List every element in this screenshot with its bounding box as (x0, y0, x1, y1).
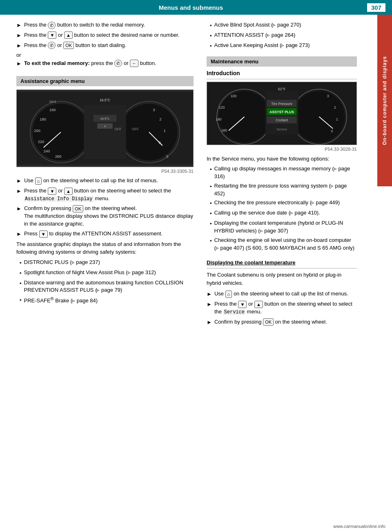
bullet-arrow: ► (16, 22, 22, 29)
dot-bullet: • (210, 42, 212, 50)
svg-text:240: 240 (44, 149, 50, 154)
svg-text:0: 0 (331, 129, 333, 133)
svg-point-11 (120, 103, 178, 161)
bullet-text: Confirm by pressing OK on the steering w… (24, 205, 194, 228)
service-options-list: • Calling up display messages in message… (210, 165, 357, 252)
svg-text:ASSYST PLUS: ASSYST PLUS (270, 110, 294, 114)
maintenance-section-header: Maintenance menu (207, 56, 357, 67)
website-label: www.carmanualonline.info (333, 524, 385, 529)
list-item: • Calling up display messages in message… (210, 165, 357, 181)
right-column: • Active Blind Spot Assist (▹ page 270) … (200, 21, 377, 530)
down-button-icon: ▼ (39, 230, 48, 238)
bullet-text: Press the ▼ or ▲ button on the steering … (214, 300, 357, 316)
dot-bullet: • (20, 270, 22, 277)
list-item-text: DISTRONIC PLUS (▹ page 237) (24, 259, 100, 266)
list-item: • Displaying the coolant temperature (hy… (210, 219, 357, 235)
bullet-press-down-attention: ► Press ▼ to display the ATTEN­TION ASSI… (16, 230, 194, 238)
bullet-use-home: ► Use ⌂ on the steering wheel to call up… (16, 177, 194, 185)
phone-icon: ✆ (48, 22, 56, 29)
down-button-icon: ▼ (238, 301, 247, 308)
bullet-confirm-ok: ► Confirm by pressing OK on the steering… (16, 205, 194, 228)
list-item: • Checking the tire pressure electronica… (210, 199, 357, 208)
svg-text:160: 160 (221, 128, 227, 132)
dot-bullet: • (210, 32, 212, 40)
list-item-text: Checking the engine oil level using the … (214, 237, 357, 252)
bullet-text: Press the ✆ or OK button to start dialin… (24, 42, 194, 49)
list-item-text: Displaying the coolant temperature (hybr… (214, 219, 357, 235)
up-button-icon: ▲ (254, 301, 263, 308)
bullet-text: Press the ▼ or ▲ button to select the de… (24, 31, 194, 39)
bullet-arrow: ► (16, 42, 22, 50)
list-item: • PRE-SAFE® Brake (▹ page 84) (20, 296, 194, 305)
list-item: • Distance warning and the autonomous br… (20, 279, 194, 295)
sidebar-label: On-board computer and displays (382, 56, 388, 145)
service-menu-paragraph: In the Service menu, you have the follow… (207, 155, 357, 163)
introduction-title: Introduction (207, 70, 357, 76)
list-item-text: Checking the tire pressure electronicall… (214, 199, 340, 207)
home-icon: ⌂ (225, 291, 232, 298)
svg-text:Service: Service (276, 127, 287, 131)
dot-bullet: • (20, 297, 22, 304)
dot-bullet: • (210, 183, 212, 191)
assistance-section-header: Assistance graphic menu (16, 76, 194, 86)
svg-text:16.5°C: 16.5°C (100, 98, 110, 103)
bullet-arrow: ► (16, 60, 22, 68)
chapter-sidebar: On-board computer and displays (377, 15, 392, 186)
bullet-select-assistance: ► Press the ▼ or ▲ button on the steerin… (16, 187, 194, 203)
list-item: • Active Lane Keeping Assist (▹ page 273… (210, 42, 357, 50)
list-item-text: Calling up the service due date (▹ page … (214, 209, 320, 217)
list-item-text: Spotlight function of Night View Assist … (24, 269, 156, 277)
service-menu-label: Service (221, 156, 239, 162)
bullet-coolant-confirm: ► Confirm by pressing OK on the steering… (207, 318, 357, 326)
list-item: • Spotlight function of Night View Assis… (20, 269, 194, 277)
page-watermark: www.carmanualonline.info (333, 524, 385, 529)
bullet-coolant-select-service: ► Press the ▼ or ▲ button on the steerin… (207, 300, 357, 316)
bullet-arrow: ► (16, 177, 22, 185)
bullet-text: Confirm by pressing OK on the steering w… (214, 318, 357, 326)
list-item-text: Active Lane Keeping Assist (▹ page 273) (214, 42, 310, 49)
assistance-graphic-image: 160 180 200 220 240 260 3 2 1 0 (16, 89, 194, 167)
back-button-icon: ← (130, 60, 138, 67)
ok-button-icon: OK (73, 205, 83, 212)
dial-icon: ✆ (48, 42, 56, 49)
svg-text:Coolant: Coolant (276, 118, 288, 122)
svg-text:100: 100 (231, 94, 237, 98)
end-call-icon: ✆ (114, 60, 122, 67)
bullet-text: Press ▼ to display the ATTEN­TION ASSIST… (24, 230, 194, 238)
systems-list: • DISTRONIC PLUS (▹ page 237) • Spotligh… (20, 259, 194, 305)
list-item: • Checking the engine oil level using th… (210, 237, 357, 252)
bullet-coolant-home: ► Use ⌂ on the steering wheel to call up… (207, 290, 357, 298)
svg-text:260: 260 (55, 154, 62, 159)
coolant-subsection-title: Displaying the coolant temperature (207, 259, 357, 266)
list-item-text: Active Blind Spot Assist (▹ page 270) (214, 21, 301, 29)
home-icon: ⌂ (35, 177, 42, 185)
assistance-menu-label: Assistance Info Display (24, 196, 94, 202)
svg-rect-17 (84, 105, 126, 159)
up-button-icon: ▲ (64, 31, 73, 39)
graphic-caption: P54.33-3305-31 (16, 169, 194, 174)
maintenance-caption: P54.33-3028-31 (207, 147, 357, 152)
dot-bullet: • (210, 237, 212, 245)
bullet-text: Press the ✆ button to switch to the redi… (24, 21, 194, 29)
svg-text:62°F: 62°F (278, 87, 285, 91)
down-button-icon: ▼ (48, 31, 56, 39)
dot-bullet: • (210, 210, 212, 218)
bullet-arrow: ► (207, 319, 212, 326)
list-item: • Restarting the tire pressure loss warn… (210, 182, 357, 198)
svg-text:0: 0 (166, 155, 168, 159)
svg-text:1: 1 (164, 129, 166, 133)
svg-text:OFF: OFF (132, 127, 139, 131)
left-column: ► Press the ✆ button to switch to the re… (0, 21, 200, 530)
list-item: • Calling up the service due date (▹ pag… (210, 209, 357, 218)
bullet-select-name: ► Press the ▼ or ▲ button to select the … (16, 31, 194, 40)
bullet-exit-redial: ► To exit the redial memory: press the ✆… (16, 60, 194, 68)
dot-bullet: • (20, 280, 22, 288)
or-separator: or (16, 52, 194, 58)
svg-text:220: 220 (38, 139, 45, 144)
down-button-icon: ▼ (48, 188, 56, 195)
svg-text:120: 120 (219, 105, 225, 110)
bullet-text: Use ⌂ on the steering wheel to call up t… (214, 290, 357, 298)
bullet-arrow: ► (207, 301, 212, 308)
bullet-arrow: ► (16, 230, 22, 238)
service-label: Service (223, 309, 245, 315)
